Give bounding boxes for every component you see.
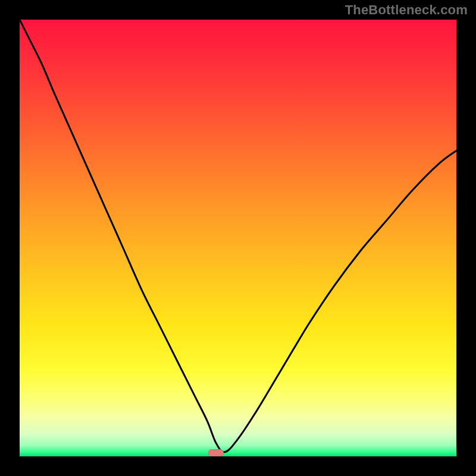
chart-frame: TheBottleneck.com xyxy=(0,0,476,476)
bottleneck-curve xyxy=(20,20,456,456)
curve-path xyxy=(20,20,456,452)
watermark-text: TheBottleneck.com xyxy=(345,2,468,18)
minimum-marker xyxy=(208,449,224,456)
plot-area xyxy=(20,20,456,456)
